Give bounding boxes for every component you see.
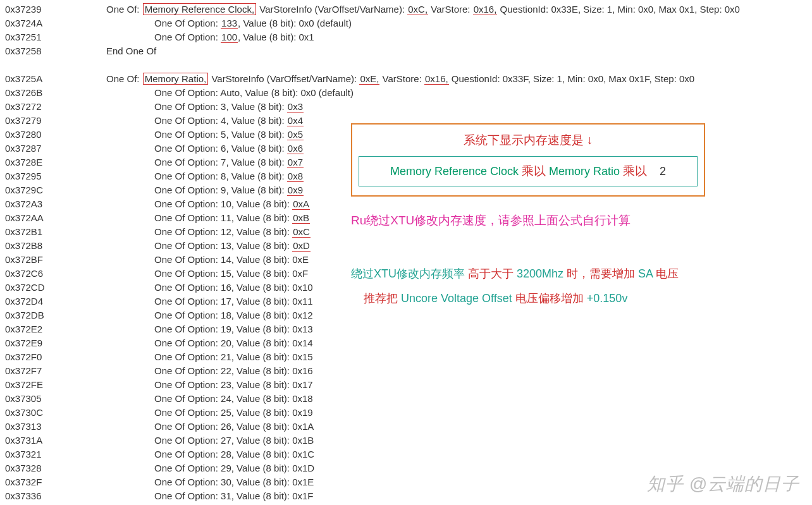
formula-term-b: Memory Ratio <box>549 165 620 178</box>
text: One Of Option: 7, Value (8 bit): 0x7 <box>106 155 304 169</box>
addr: 0x3731A <box>5 434 106 447</box>
formula-op2: 乘以 <box>623 164 647 178</box>
annotation-panel: 系统下显示内存速度是 ↓ Memory Reference Clock 乘以 M… <box>351 123 705 312</box>
addr: 0x3726B <box>5 86 106 100</box>
text: One Of Option: 22, Value (8 bit): 0x16 <box>106 364 313 378</box>
text: One Of Option: 21, Value (8 bit): 0x15 <box>106 350 313 364</box>
addr: 0x3729C <box>5 183 106 197</box>
opt-value: 0xB <box>292 212 310 224</box>
addr: 0x372F0 <box>5 350 106 364</box>
text: One Of Option: 133, Value (8 bit): 0x0 (… <box>106 16 352 30</box>
option-row: 0x37251One Of Option: 100, Value (8 bit)… <box>5 30 807 44</box>
opt-value: 0x3 <box>287 101 304 113</box>
opt-value: 100 <box>221 32 238 43</box>
text: One Of Option: 3, Value (8 bit): 0x3 <box>106 100 304 114</box>
text: One Of Option: 11, Value (8 bit): 0xB <box>106 211 310 225</box>
blank-line <box>5 58 807 72</box>
text: One Of Option: 28, Value (8 bit): 0x1C <box>106 447 314 461</box>
opt-value: 0x7 <box>287 157 304 168</box>
addr: 0x37287 <box>5 142 106 155</box>
opt-value: 0x6 <box>287 143 304 154</box>
text: One Of Option: 20, Value (8 bit): 0x14 <box>106 336 313 350</box>
addr: 0x372D4 <box>5 295 106 308</box>
end-oneof: 0x37258End One Of <box>5 44 807 58</box>
text: One Of Option: 30, Value (8 bit): 0x1E <box>106 475 314 489</box>
opt-value: 0xC <box>292 226 311 238</box>
addr: 0x372E9 <box>5 336 106 350</box>
option-row: 0x372F7One Of Option: 22, Value (8 bit):… <box>5 364 807 378</box>
text: End One Of <box>106 44 156 58</box>
note-mixed: 绕过XTU修改内存频率 高于大于 3200Mhz 时，需要增加 SA 电压 推荐… <box>351 262 705 312</box>
text: One Of Option: 12, Value (8 bit): 0xC <box>106 225 311 239</box>
addr: 0x37239 <box>5 3 106 16</box>
option-row: 0x37313One Of Option: 26, Value (8 bit):… <box>5 420 807 434</box>
text: One Of Option: 25, Value (8 bit): 0x19 <box>106 406 313 420</box>
oneof-header: 0x3725AOne Of: Memory Ratio, VarStoreInf… <box>5 72 807 86</box>
text: One Of Option: 24, Value (8 bit): 0x18 <box>106 392 313 406</box>
addr: 0x37251 <box>5 30 106 44</box>
addr: 0x372AA <box>5 211 106 225</box>
addr: 0x37313 <box>5 420 106 434</box>
opt-value: 133 <box>221 18 238 29</box>
text: One Of Option: 26, Value (8 bit): 0x1A <box>106 420 314 434</box>
text: One Of Option: 100, Value (8 bit): 0x1 <box>106 30 314 44</box>
text: One Of Option: 6, Value (8 bit): 0x6 <box>106 142 304 155</box>
addr: 0x372B8 <box>5 239 106 253</box>
text: One Of Option: 10, Value (8 bit): 0xA <box>106 197 310 211</box>
addr: 0x372B1 <box>5 225 106 239</box>
text: One Of Option: 8, Value (8 bit): 0x8 <box>106 169 304 183</box>
addr: 0x3728E <box>5 155 106 169</box>
option-row: 0x372F0One Of Option: 21, Value (8 bit):… <box>5 350 807 364</box>
option-row: 0x3731AOne Of Option: 27, Value (8 bit):… <box>5 434 807 447</box>
option-row: 0x37272One Of Option: 3, Value (8 bit): … <box>5 100 807 114</box>
addr: 0x372C6 <box>5 267 106 281</box>
option-row: 0x372E9One Of Option: 20, Value (8 bit):… <box>5 336 807 350</box>
text: One Of Option: 27, Value (8 bit): 0x1B <box>106 434 314 447</box>
var-store: 0x16, <box>473 4 498 15</box>
text: One Of Option: 18, Value (8 bit): 0x12 <box>106 308 313 322</box>
formula-title: 系统下显示内存速度是 ↓ <box>359 132 698 149</box>
option-row: 0x372FEOne Of Option: 23, Value (8 bit):… <box>5 378 807 392</box>
addr: 0x37336 <box>5 489 106 503</box>
watermark: 知乎 @云端的日子 <box>647 472 799 496</box>
text: One Of Option: 15, Value (8 bit): 0xF <box>106 267 308 281</box>
addr: 0x37328 <box>5 461 106 475</box>
text: One Of Option: 13, Value (8 bit): 0xD <box>106 239 311 253</box>
formula-term-c: 2 <box>660 165 666 178</box>
opt-value: 0xD <box>292 240 311 252</box>
addr: 0x372A3 <box>5 197 106 211</box>
opt-value: 0xA <box>292 198 310 210</box>
addr: 0x37258 <box>5 44 106 58</box>
text: One Of Option: 31, Value (8 bit): 0x1F <box>106 489 314 503</box>
var-store: 0x16, <box>424 73 449 85</box>
opt-value: 0x5 <box>287 129 304 140</box>
text: One Of: Memory Reference Clock, VarStore… <box>106 3 740 16</box>
var-offset: 0xE, <box>359 73 379 85</box>
opt-value: 0x4 <box>287 115 304 126</box>
addr: 0x3732F <box>5 475 106 489</box>
text: One Of: Memory Ratio, VarStoreInfo (VarO… <box>106 72 694 86</box>
addr: 0x372BF <box>5 253 106 267</box>
option-row: 0x372E2One Of Option: 19, Value (8 bit):… <box>5 322 807 336</box>
text: One Of Option: 14, Value (8 bit): 0xE <box>106 253 309 267</box>
option-row: 0x37321One Of Option: 28, Value (8 bit):… <box>5 447 807 461</box>
text: One Of Option: 9, Value (8 bit): 0x9 <box>106 183 304 197</box>
option-row: 0x37305One Of Option: 24, Value (8 bit):… <box>5 392 807 406</box>
text: One Of Option: 17, Value (8 bit): 0x11 <box>106 295 313 308</box>
var-offset: 0xC, <box>407 4 428 15</box>
text: One Of Option: 5, Value (8 bit): 0x5 <box>106 128 304 142</box>
addr: 0x372FE <box>5 378 106 392</box>
addr: 0x37279 <box>5 114 106 128</box>
addr: 0x372DB <box>5 308 106 322</box>
var-name: Memory Ratio, <box>143 73 209 85</box>
addr: 0x37272 <box>5 100 106 114</box>
opt-value: 0x8 <box>287 171 304 182</box>
option-row: 0x3730COne Of Option: 25, Value (8 bit):… <box>5 406 807 420</box>
text: One Of Option: 16, Value (8 bit): 0x10 <box>106 281 313 295</box>
addr: 0x372E2 <box>5 322 106 336</box>
note-magenta: Ru绕过XTU修改内存速度，请参照上面公式自行计算 <box>351 212 705 230</box>
option-row: 0x3726BOne Of Option: Auto, Value (8 bit… <box>5 86 807 100</box>
addr: 0x372CD <box>5 281 106 295</box>
formula-box: 系统下显示内存速度是 ↓ Memory Reference Clock 乘以 M… <box>351 123 705 197</box>
opt-value: 0x9 <box>287 185 304 196</box>
